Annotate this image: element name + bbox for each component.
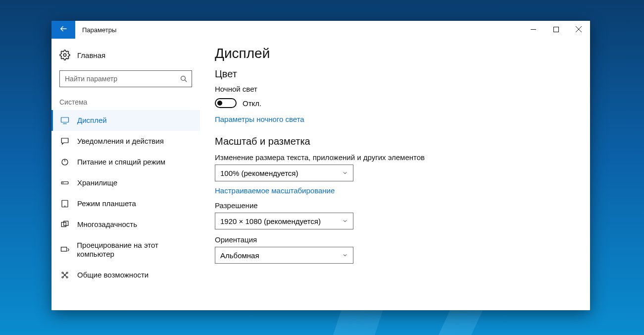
search-input-wrapper[interactable] [59,70,192,87]
tablet-icon [59,199,70,208]
svg-point-22 [66,277,68,278]
page-title: Дисплей [215,46,575,61]
search-input[interactable] [65,75,180,83]
svg-point-19 [62,272,63,274]
sidebar: Главная Система Дисплей [51,39,200,310]
sidebar-item-notifications[interactable]: Уведомления и действия [51,131,200,152]
sidebar-item-label: Режим планшета [77,199,136,208]
sidebar-list: Дисплей Уведомления и действия Питание и… [51,110,200,285]
orientation-label: Ориентация [215,235,575,244]
svg-rect-18 [61,247,66,251]
sidebar-item-label: Общие возможности [77,271,149,279]
titlebar: Параметры [51,21,590,39]
svg-point-21 [62,277,63,278]
maximize-icon [553,25,559,34]
project-icon [59,245,70,254]
svg-point-5 [63,54,66,56]
sidebar-item-label: Хранилище [77,178,117,187]
multitasking-icon [59,220,70,229]
chevron-down-icon [342,169,348,177]
orientation-select-value: Альбомная [220,251,259,260]
minimize-button[interactable] [522,21,545,39]
back-button[interactable] [51,21,75,39]
svg-point-13 [63,183,63,183]
maximize-button[interactable] [545,21,567,39]
resolution-select[interactable]: 1920 × 1080 (рекомендуется) [215,213,353,229]
custom-scale-link[interactable]: Настраиваемое масштабирование [215,186,335,195]
desktop-background: Параметры [0,0,644,335]
night-light-toggle-row: Откл. [215,98,575,108]
scale-select-value: 100% (рекомендуется) [220,169,298,177]
sidebar-item-tablet[interactable]: Режим планшета [51,193,200,214]
close-button[interactable] [567,21,590,39]
section-color-heading: Цвет [215,68,575,80]
sidebar-item-shared[interactable]: Общие возможности [51,265,200,285]
svg-point-20 [66,272,68,274]
sidebar-item-projecting[interactable]: Проецирование на этот компьютер [51,235,200,265]
sidebar-item-multitasking[interactable]: Многозадачность [51,214,200,235]
sidebar-item-power[interactable]: Питание и спящий режим [51,152,200,172]
chevron-down-icon [342,251,348,260]
search-icon [180,75,188,83]
close-icon [576,25,582,34]
chevron-down-icon [342,217,348,225]
night-light-settings-link[interactable]: Параметры ночного света [215,115,304,123]
monitor-icon [59,116,70,125]
content-area: Дисплей Цвет Ночной свет Откл. Параметры… [200,39,590,310]
svg-rect-8 [61,117,69,122]
svg-point-6 [181,76,186,81]
scale-label: Изменение размера текста, приложений и д… [215,153,575,162]
sidebar-item-label: Проецирование на этот компьютер [77,241,194,259]
sidebar-home[interactable]: Главная [51,45,200,65]
share-icon [59,271,70,279]
speech-bubble-icon [59,137,70,146]
svg-rect-2 [553,27,558,32]
night-light-toggle[interactable] [215,98,237,108]
orientation-select[interactable]: Альбомная [215,247,353,264]
svg-line-7 [185,80,187,82]
sidebar-home-label: Главная [77,51,105,59]
resolution-label: Разрешение [215,201,575,210]
window-body: Главная Система Дисплей [51,39,590,310]
minimize-icon [531,25,536,34]
sidebar-item-label: Питание и спящий режим [77,158,165,167]
night-light-label: Ночной свет [215,85,575,93]
sidebar-item-display[interactable]: Дисплей [51,110,200,131]
resolution-select-value: 1920 × 1080 (рекомендуется) [220,217,321,225]
drive-icon [59,178,70,187]
sidebar-item-label: Дисплей [77,116,107,125]
night-light-state: Откл. [243,99,261,108]
arrow-left-icon [59,24,68,35]
section-scale-heading: Масштаб и разметка [215,136,575,147]
sidebar-item-label: Уведомления и действия [77,137,164,146]
window-title: Параметры [75,21,116,39]
sidebar-item-storage[interactable]: Хранилище [51,172,200,193]
scale-select[interactable]: 100% (рекомендуется) [215,165,353,181]
sidebar-category: Система [51,95,200,110]
sidebar-item-label: Многозадачность [77,220,137,229]
gear-icon [59,50,70,60]
power-icon [59,158,70,167]
settings-window: Параметры [51,21,590,310]
window-controls [522,21,590,39]
